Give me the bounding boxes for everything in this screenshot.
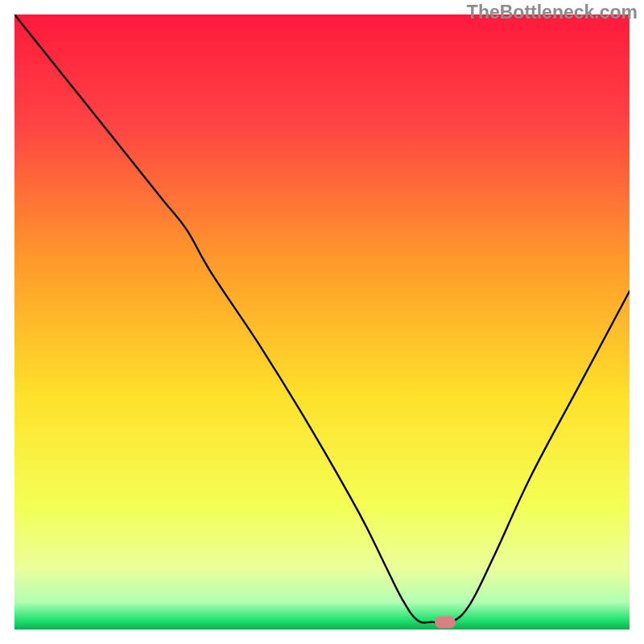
chart-stage: TheBottleneck.com	[0, 0, 644, 644]
watermark-text: TheBottleneck.com	[467, 2, 638, 23]
plot-svg	[14, 14, 630, 630]
gradient-background	[14, 14, 630, 630]
plot-area	[14, 14, 630, 630]
optimal-point-marker	[435, 616, 456, 628]
